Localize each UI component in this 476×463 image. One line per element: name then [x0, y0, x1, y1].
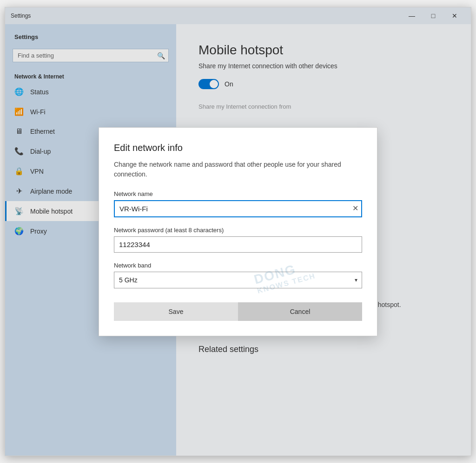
- network-name-label: Network name: [114, 190, 362, 197]
- network-band-select-wrap: 5 GHz 2.4 GHz ▾: [114, 272, 362, 288]
- network-band-label: Network band: [114, 262, 362, 269]
- cancel-button[interactable]: Cancel: [238, 302, 362, 321]
- network-band-select[interactable]: 5 GHz 2.4 GHz: [114, 272, 362, 288]
- dialog-buttons: Save Cancel: [114, 302, 362, 321]
- network-password-input[interactable]: [114, 236, 362, 253]
- dialog-title: Edit network info: [114, 143, 362, 153]
- network-password-label: Network password (at least 8 characters): [114, 227, 362, 234]
- network-name-clear-button[interactable]: ✕: [352, 205, 358, 212]
- settings-window: Settings — □ ✕ Settings 🔍 Network & Inte…: [5, 7, 471, 456]
- edit-network-dialog: Edit network info Change the network nam…: [99, 127, 377, 336]
- dialog-desc: Change the network name and password tha…: [114, 160, 362, 179]
- network-name-field-wrap: ✕: [114, 200, 362, 217]
- dialog-overlay: Edit network info Change the network nam…: [5, 7, 471, 456]
- network-password-field-wrap: [114, 236, 362, 253]
- save-button[interactable]: Save: [114, 302, 238, 321]
- network-name-input[interactable]: [114, 200, 362, 217]
